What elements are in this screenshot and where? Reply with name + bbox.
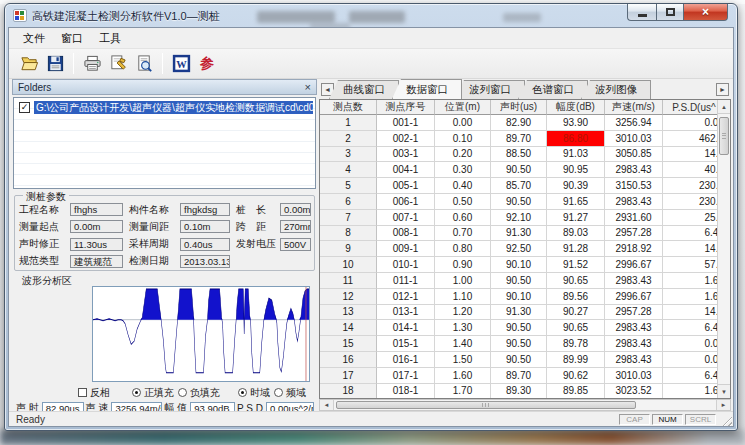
table-cell[interactable]: 1.00 bbox=[435, 273, 491, 289]
table-cell[interactable]: 3150.53 bbox=[605, 178, 663, 194]
checkbox-checked-icon[interactable]: ✓ bbox=[19, 102, 30, 113]
table-cell[interactable]: 57.6 bbox=[663, 257, 717, 273]
table-cell[interactable]: 90.50 bbox=[491, 162, 547, 178]
table-cell[interactable]: 7 bbox=[320, 210, 377, 226]
table-row[interactable]: 15015-11.4090.5089.782983.430.00 bbox=[320, 336, 717, 352]
table-cell[interactable]: 2983.43 bbox=[605, 162, 663, 178]
table-cell[interactable]: 91.28 bbox=[547, 241, 605, 257]
table-cell[interactable]: 91.30 bbox=[491, 226, 547, 242]
table-cell[interactable]: 2983.43 bbox=[605, 352, 663, 368]
table-cell[interactable]: 6.40 bbox=[663, 368, 717, 384]
table-cell[interactable]: 16 bbox=[320, 352, 377, 368]
vertical-scroll-thumb[interactable] bbox=[719, 117, 729, 155]
table-cell[interactable]: 013-1 bbox=[377, 305, 435, 321]
param-value[interactable]: fhgkdsg bbox=[180, 203, 230, 216]
table-row[interactable]: 14014-11.3090.5090.652983.436.40 bbox=[320, 320, 717, 336]
table-cell[interactable]: 12 bbox=[320, 289, 377, 305]
table-cell[interactable]: 3 bbox=[320, 147, 377, 163]
table-cell[interactable]: 0.30 bbox=[435, 162, 491, 178]
table-row[interactable]: 5005-10.4085.7090.393150.53230.4 bbox=[320, 178, 717, 194]
table-cell[interactable]: 0.40 bbox=[435, 178, 491, 194]
table-cell[interactable]: 1.10 bbox=[435, 289, 491, 305]
tab-色谱窗口[interactable]: 色谱窗口 bbox=[518, 80, 588, 99]
table-cell[interactable]: 462.4 bbox=[663, 131, 717, 147]
table-cell[interactable]: 92.10 bbox=[491, 210, 547, 226]
table-cell[interactable]: 0.90 bbox=[435, 257, 491, 273]
column-header[interactable]: 声时(us) bbox=[491, 100, 547, 115]
table-cell[interactable]: 40.0 bbox=[663, 162, 717, 178]
table-cell[interactable]: 15 bbox=[320, 336, 377, 352]
tools-export-button[interactable] bbox=[105, 52, 131, 76]
table-cell[interactable]: 6 bbox=[320, 194, 377, 210]
table-cell[interactable]: 006-1 bbox=[377, 194, 435, 210]
scroll-right-icon[interactable]: ► bbox=[716, 400, 730, 410]
scroll-up-icon[interactable]: ▲ bbox=[718, 100, 730, 114]
table-cell[interactable]: 1.30 bbox=[435, 320, 491, 336]
table-cell[interactable]: 2957.28 bbox=[605, 305, 663, 321]
param-value[interactable]: 270mm bbox=[280, 220, 311, 233]
save-button[interactable] bbox=[42, 52, 68, 76]
param-value[interactable]: 2013.03.13 bbox=[180, 255, 230, 268]
table-cell[interactable]: 89.03 bbox=[547, 226, 605, 242]
table-cell[interactable]: 89.78 bbox=[547, 336, 605, 352]
table-row[interactable]: 4004-10.3090.5090.952983.4340.0 bbox=[320, 162, 717, 178]
tab-数据窗口[interactable]: 数据窗口 bbox=[392, 79, 462, 99]
table-cell[interactable]: 6.40 bbox=[663, 320, 717, 336]
table-cell[interactable]: 0.50 bbox=[435, 194, 491, 210]
fill-radio-on[interactable]: 正填充 bbox=[132, 386, 174, 400]
table-cell[interactable]: 3023.52 bbox=[605, 384, 663, 398]
param-value[interactable]: 0.10m bbox=[180, 220, 230, 233]
word-report-button[interactable]: W bbox=[168, 52, 194, 76]
table-cell[interactable]: 012-1 bbox=[377, 289, 435, 305]
table-cell[interactable]: 3010.03 bbox=[605, 368, 663, 384]
table-cell[interactable]: 011-1 bbox=[377, 273, 435, 289]
print-preview-button[interactable] bbox=[131, 52, 157, 76]
table-cell[interactable]: 001-1 bbox=[377, 115, 435, 131]
table-cell[interactable]: 14.4 bbox=[663, 147, 717, 163]
table-cell[interactable]: 3010.03 bbox=[605, 131, 663, 147]
open-file-button[interactable] bbox=[16, 52, 42, 76]
column-header[interactable]: 测点序号 bbox=[377, 100, 435, 115]
table-cell[interactable]: 1.60 bbox=[663, 289, 717, 305]
print-button[interactable] bbox=[79, 52, 105, 76]
table-cell[interactable]: 91.52 bbox=[547, 257, 605, 273]
table-cell[interactable]: 3256.94 bbox=[605, 115, 663, 131]
table-cell[interactable]: 8 bbox=[320, 226, 377, 242]
horizontal-scroll-thumb[interactable] bbox=[336, 401, 636, 409]
tab-波列图像[interactable]: 波列图像 bbox=[581, 80, 651, 99]
table-cell[interactable]: 90.50 bbox=[491, 194, 547, 210]
table-cell[interactable]: 90.10 bbox=[491, 257, 547, 273]
table-cell[interactable]: 230.4 bbox=[663, 178, 717, 194]
table-cell[interactable]: 91.65 bbox=[547, 194, 605, 210]
table-cell[interactable]: 4 bbox=[320, 162, 377, 178]
column-header[interactable]: 幅度(dB) bbox=[547, 100, 605, 115]
table-row[interactable]: 13013-11.2091.3090.272957.2814.4 bbox=[320, 305, 717, 321]
table-cell[interactable]: 016-1 bbox=[377, 352, 435, 368]
param-value[interactable]: 11.30us bbox=[70, 238, 123, 251]
table-cell[interactable]: 82.90 bbox=[491, 115, 547, 131]
param-value[interactable]: 0.00m bbox=[280, 203, 311, 216]
table-cell[interactable]: 88.50 bbox=[491, 147, 547, 163]
table-cell-alert[interactable]: 86.80 bbox=[547, 131, 605, 147]
scroll-down-icon[interactable]: ▼ bbox=[718, 384, 730, 398]
table-row[interactable]: 12012-11.1090.1089.562996.671.60 bbox=[320, 289, 717, 305]
table-cell[interactable]: 89.70 bbox=[491, 368, 547, 384]
table-row[interactable]: 11011-11.0090.5090.652983.431.60 bbox=[320, 273, 717, 289]
table-cell[interactable]: 0.60 bbox=[435, 210, 491, 226]
table-cell[interactable]: 90.10 bbox=[491, 289, 547, 305]
table-cell[interactable]: 18 bbox=[320, 384, 377, 398]
table-cell[interactable]: 2983.43 bbox=[605, 273, 663, 289]
table-cell[interactable]: 2983.43 bbox=[605, 320, 663, 336]
table-cell[interactable]: 014-1 bbox=[377, 320, 435, 336]
table-row[interactable]: 3003-10.2088.5091.033050.8514.4 bbox=[320, 147, 717, 163]
table-cell[interactable]: 89.56 bbox=[547, 289, 605, 305]
tree-item[interactable]: ✓G:\公司产品设计开发\超声仪器\超声仪实地检测数据调试cd\cd03\cd0… bbox=[19, 101, 313, 114]
table-cell[interactable]: 14.4 bbox=[663, 305, 717, 321]
domain-radio-on[interactable]: 时域 bbox=[238, 386, 270, 400]
table-cell[interactable]: 90.95 bbox=[547, 162, 605, 178]
menu-item-窗口[interactable]: 窗口 bbox=[53, 29, 91, 48]
minimize-button[interactable] bbox=[627, 4, 656, 21]
table-cell[interactable]: 10 bbox=[320, 257, 377, 273]
table-cell[interactable]: 1.70 bbox=[435, 384, 491, 398]
table-cell[interactable]: 1 bbox=[320, 115, 377, 131]
